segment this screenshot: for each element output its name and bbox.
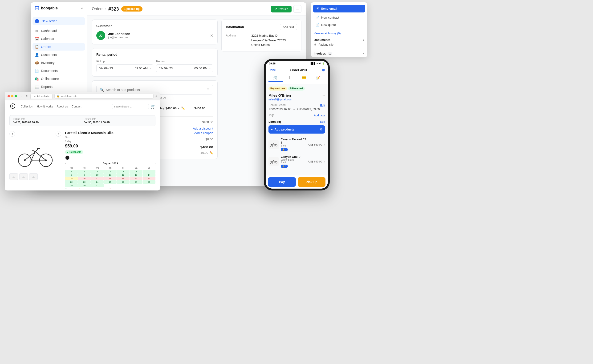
add-field-button[interactable]: Add field — [280, 24, 297, 30]
cart-icon[interactable]: 🛒 — [151, 104, 155, 109]
rental-search-input[interactable] — [112, 104, 149, 109]
browser-reload-button[interactable]: ↻ — [26, 94, 28, 98]
cal-day[interactable]: 30 — [78, 184, 91, 187]
invoices-section-header[interactable]: Invoices 1 ▲ — [314, 52, 364, 55]
cal-day[interactable]: 9 — [78, 173, 91, 177]
sidebar-item-calendar[interactable]: 📅 Calendar — [33, 35, 85, 43]
pay-button[interactable]: Pay — [268, 177, 296, 187]
edit-charge-icon[interactable]: ✏️ — [181, 106, 185, 110]
cal-day[interactable]: 16 — [78, 177, 91, 180]
new-quote-item[interactable]: 📄 New quote — [313, 21, 365, 28]
close-dot[interactable] — [7, 95, 10, 97]
calendar-next-button[interactable]: › — [155, 162, 155, 165]
cal-day[interactable]: 27 — [130, 180, 142, 184]
sidebar-item-dashboard[interactable]: ⊞ Dashboard — [33, 27, 85, 35]
add-products-button[interactable]: + Add products ⚙ — [269, 125, 325, 134]
minimize-dot[interactable] — [11, 95, 13, 97]
calendar-prev-button[interactable]: ‹ — [65, 162, 66, 165]
bike-thumb-1[interactable]: 🚲 — [9, 173, 18, 180]
pickup-button[interactable]: Pick up — [298, 177, 325, 187]
phone-lines-edit-button[interactable]: Edit — [320, 120, 325, 124]
filter-icon[interactable]: ⊟ — [207, 87, 209, 92]
cal-day[interactable]: 26 — [117, 180, 129, 184]
browser-address-bar[interactable]: 🔒 rental website — [54, 94, 154, 98]
pickup-date-input[interactable]: 07- 09- 23 09:00 AM ▾ — [96, 65, 153, 72]
cal-day[interactable]: 11 — [104, 173, 117, 177]
cal-day[interactable]: 3 — [91, 170, 104, 173]
cal-day[interactable]: 23 — [78, 180, 91, 184]
sidebar-item-inventory[interactable]: 📦 Inventory — [33, 59, 85, 66]
phone-rental-edit-button[interactable]: Edit — [320, 104, 325, 107]
cal-day[interactable]: 19 — [117, 177, 129, 180]
cal-day[interactable]: 20 — [130, 177, 142, 180]
cal-day[interactable]: 29 — [65, 184, 78, 187]
charge-chevron-icon: ▾ — [178, 106, 180, 110]
tab-info[interactable]: ℹ — [283, 74, 297, 82]
cal-day[interactable]: 6 — [130, 170, 142, 173]
cal-day[interactable]: 31 — [91, 184, 104, 187]
bike-thumb-2[interactable]: 🚲 — [19, 173, 28, 180]
phone-more-button[interactable]: ⊕ — [322, 68, 325, 72]
search-input[interactable] — [106, 88, 205, 92]
view-email-history-link[interactable]: View email history (0) — [311, 31, 367, 36]
phone-done-button[interactable]: Done — [269, 68, 276, 72]
customer-close-button[interactable]: ✕ — [210, 33, 213, 38]
cal-day[interactable]: 1 — [65, 170, 78, 173]
phone-customer-more-icon[interactable]: ··· — [322, 93, 325, 98]
user-icon: 👤 — [35, 53, 39, 57]
phone-add-tags-button[interactable]: Add tags — [314, 114, 325, 117]
new-contract-item[interactable]: 📄 New contract — [313, 14, 365, 21]
cal-day[interactable]: 24 — [91, 180, 104, 184]
cal-day[interactable]: 13 — [130, 173, 142, 177]
cal-day[interactable]: 5 — [117, 170, 129, 173]
cal-day[interactable]: 10 — [91, 173, 104, 177]
sidebar-collapse-btn[interactable]: « — [81, 6, 83, 10]
tab-card[interactable]: 💳 — [297, 74, 311, 82]
about-us-link[interactable]: About us — [57, 105, 68, 108]
cal-day[interactable]: 7 — [143, 170, 155, 173]
color-swatch-black[interactable] — [65, 156, 70, 160]
sidebar-item-customers[interactable]: 👤 Customers — [33, 51, 85, 58]
documents-section-header[interactable]: Documents ▲ — [314, 38, 364, 42]
browser-back-button[interactable]: ‹ — [21, 94, 22, 98]
bike-next-button[interactable]: › — [56, 131, 61, 136]
cal-day[interactable]: 4 — [104, 170, 117, 173]
sidebar-item-online-store[interactable]: 🛍️ Online store — [33, 75, 85, 83]
how-it-works-link[interactable]: How it works — [37, 105, 53, 108]
phone-customer-email[interactable]: miles0@gmail.com — [269, 98, 325, 101]
breadcrumb-parent[interactable]: Orders — [92, 7, 103, 11]
bike-prev-button[interactable]: ‹ — [9, 131, 15, 136]
send-email-button[interactable]: ✉ Send email — [313, 5, 365, 13]
cal-day[interactable]: 2 — [78, 170, 91, 173]
bike-thumb-3[interactable]: 🚲 — [29, 173, 38, 180]
sidebar-item-documents[interactable]: 📄 Documents — [33, 67, 85, 75]
cal-day[interactable]: 17 — [91, 177, 104, 180]
sidebar-item-orders[interactable]: 📋 Orders — [33, 43, 85, 51]
phone-badges: Payment due 5 Reserved — [269, 86, 325, 91]
cal-day[interactable]: 15 — [65, 177, 78, 180]
phone-status-bar: 09:38 ▋▋▋ WiFi 🔋 — [266, 61, 328, 66]
edit-deposit-icon[interactable]: ✏️ — [209, 151, 213, 155]
browser-forward-button[interactable]: › — [23, 94, 25, 98]
return-button[interactable]: ↩ Return — [271, 6, 291, 13]
cal-day[interactable]: 22 — [65, 180, 78, 184]
sidebar-item-reports[interactable]: 📊 Reports — [33, 83, 85, 91]
cal-day[interactable]: 21 — [143, 177, 155, 180]
return-date-input[interactable]: 07- 09- 23 05:00 PM ▾ — [156, 65, 213, 72]
tab-notes[interactable]: 📝 — [311, 74, 325, 82]
cal-day[interactable]: 12 — [117, 173, 129, 177]
tab-cart[interactable]: 🛒 — [269, 74, 283, 82]
cal-day[interactable]: 14 — [143, 173, 155, 177]
cal-day[interactable]: 25 — [104, 180, 117, 184]
browser-tab[interactable]: rental website — [30, 94, 53, 98]
more-options-button[interactable]: ··· — [293, 5, 302, 13]
sidebar-item-new-order[interactable]: + New order — [33, 17, 85, 25]
cal-day[interactable]: 28 — [143, 180, 155, 184]
contact-link[interactable]: Contact — [72, 105, 81, 108]
packing-slip-item[interactable]: 🖨 Packing slip — [314, 42, 364, 48]
browser-add-tab-button[interactable]: + — [155, 94, 157, 98]
cal-day[interactable]: 18 — [104, 177, 117, 180]
maximize-dot[interactable] — [15, 95, 17, 97]
cal-day[interactable]: 8 — [65, 173, 78, 177]
collection-link[interactable]: Collection — [21, 105, 33, 108]
